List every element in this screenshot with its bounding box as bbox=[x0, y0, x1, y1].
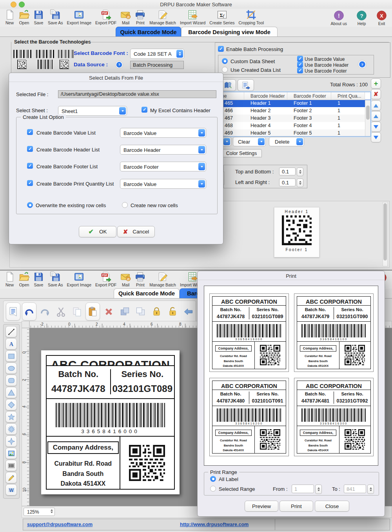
barcode-font-dropdown[interactable]: Code 128 SET A bbox=[130, 49, 184, 59]
label-series-column[interactable]: Series No. 032101GT089 bbox=[110, 369, 174, 394]
clear-button[interactable]: Clear bbox=[233, 137, 266, 146]
to-field[interactable]: 841 bbox=[344, 485, 366, 493]
mail-button[interactable]: Mail bbox=[118, 9, 133, 26]
starburst-tool[interactable] bbox=[5, 423, 17, 435]
preview-scrollbar-thumb[interactable] bbox=[383, 203, 387, 261]
cancel-button[interactable]: ✘ Cancel bbox=[117, 226, 155, 237]
data-source-help-button[interactable] bbox=[115, 60, 123, 69]
unlock-button[interactable] bbox=[165, 302, 180, 321]
selected-range-radio[interactable] bbox=[210, 486, 216, 492]
website-link[interactable]: http://www.drpusoftware.com bbox=[180, 522, 249, 527]
table-row[interactable]: 466 Header 2 Footer 2 1 bbox=[218, 107, 370, 115]
table-row[interactable]: 465 Header 1 Footer 1 1 bbox=[218, 100, 370, 107]
copy-button[interactable] bbox=[70, 302, 84, 321]
delete-row-button[interactable]: ✘ bbox=[371, 89, 381, 99]
use-barcode-value-checkbox[interactable]: ✓ bbox=[297, 56, 303, 62]
paste-button[interactable] bbox=[85, 302, 100, 321]
create-series-button[interactable]: Create Series bbox=[207, 9, 236, 26]
mail-button[interactable]: Mail bbox=[118, 271, 133, 288]
label-barcode-block[interactable]: 33658416000 bbox=[47, 399, 174, 437]
label-qr-block[interactable] bbox=[120, 437, 174, 489]
text-tool[interactable] bbox=[5, 338, 17, 350]
lock-button[interactable] bbox=[149, 302, 164, 321]
create-barcode-header-list-checkbox[interactable]: ✓ bbox=[27, 146, 33, 152]
save-button[interactable]: Save bbox=[31, 271, 46, 288]
properties-button[interactable] bbox=[6, 302, 20, 321]
use-barcode-footer-checkbox[interactable]: ✓ bbox=[297, 67, 303, 73]
manage-batch-button[interactable]: Manage Batch bbox=[147, 9, 178, 26]
move-top-button[interactable] bbox=[371, 100, 381, 111]
move-bottom-button[interactable] bbox=[371, 132, 381, 142]
star-tool[interactable] bbox=[5, 411, 17, 423]
new-button[interactable]: New bbox=[2, 271, 17, 288]
barcode-preview-card[interactable]: Header 1 Footer 1 bbox=[274, 207, 319, 257]
top-bottom-stepper[interactable] bbox=[297, 168, 303, 176]
from-stepper[interactable] bbox=[315, 485, 322, 494]
zoom-control[interactable]: 125% bbox=[24, 508, 55, 516]
export-image-button[interactable]: Export Image bbox=[65, 271, 93, 288]
create-print-quantity-list-checkbox[interactable]: ✓ bbox=[27, 180, 33, 186]
export-list-button[interactable] bbox=[238, 79, 254, 91]
color-settings-tab[interactable]: Color Settings bbox=[221, 149, 262, 157]
export-image-button[interactable]: Export Image bbox=[65, 9, 93, 26]
preview-button[interactable]: Preview bbox=[245, 501, 278, 512]
print-confirm-button[interactable]: Print bbox=[279, 501, 313, 512]
watermark-tool[interactable] bbox=[5, 484, 17, 496]
tab-quick-barcode-mode[interactable]: Quick Barcode Mode bbox=[116, 27, 181, 37]
export-pdf-button[interactable]: Export PDF bbox=[93, 271, 118, 288]
barcode-value-list-dropdown[interactable]: Barcode Value bbox=[120, 128, 206, 138]
new-button[interactable]: New bbox=[2, 9, 17, 26]
use-created-data-list-radio[interactable] bbox=[222, 67, 228, 73]
to-stepper[interactable] bbox=[367, 485, 374, 494]
datamatrix-sample-1[interactable] bbox=[17, 60, 27, 69]
batch-help-button[interactable] bbox=[358, 60, 367, 69]
send-to-back-button[interactable] bbox=[134, 302, 148, 321]
delete-button[interactable]: Delete bbox=[269, 137, 304, 146]
import-wizard-button[interactable]: Import Wizard bbox=[178, 9, 207, 26]
excel-contains-header-checkbox[interactable]: ✓ bbox=[142, 107, 147, 113]
left-right-field[interactable]: 0.1 bbox=[279, 179, 296, 186]
datamatrix-sample-2[interactable] bbox=[60, 60, 69, 69]
line-tool[interactable] bbox=[5, 326, 17, 337]
create-barcode-footer-list-checkbox[interactable]: ✓ bbox=[27, 163, 33, 169]
cropping-tool-button[interactable]: Cropping Tool bbox=[237, 9, 266, 26]
custom-data-sheet-radio[interactable] bbox=[222, 58, 228, 64]
align-button[interactable] bbox=[181, 302, 196, 321]
open-button[interactable]: Open bbox=[17, 271, 31, 288]
column-header-barcode-footer[interactable]: Barcode Footer bbox=[287, 92, 331, 100]
top-bottom-field[interactable]: 0.1 bbox=[279, 168, 296, 175]
tab-quick-barcode-mode[interactable]: Quick Barcode Mode bbox=[114, 288, 180, 298]
barcode-sample-3[interactable] bbox=[58, 50, 74, 58]
tab-barcode-designing-view-mode[interactable]: Barcode Designing view Mode bbox=[181, 27, 278, 37]
barcode-tool[interactable] bbox=[5, 460, 17, 471]
print-button[interactable]: Print bbox=[133, 271, 147, 288]
sheet-dropdown[interactable]: Sheet1 bbox=[58, 106, 127, 116]
left-right-stepper[interactable] bbox=[297, 179, 303, 187]
print-button[interactable]: Print bbox=[133, 9, 147, 26]
create-new-rows-radio[interactable] bbox=[122, 202, 128, 208]
enable-batch-processing-checkbox[interactable]: ✓ bbox=[218, 46, 224, 52]
label-batch-column[interactable]: Batch No. 44787JK478 bbox=[47, 369, 110, 394]
add-row-button[interactable]: + bbox=[371, 78, 381, 89]
close-button[interactable]: Close bbox=[315, 501, 349, 512]
save-button[interactable]: Save bbox=[31, 9, 46, 26]
undo-button[interactable] bbox=[22, 302, 36, 321]
move-down-button[interactable] bbox=[371, 122, 381, 132]
triangle-tool[interactable] bbox=[5, 387, 17, 398]
image-tool[interactable] bbox=[5, 448, 17, 459]
rounded-rectangle-tool[interactable] bbox=[5, 375, 17, 386]
rectangle-tool[interactable] bbox=[5, 350, 17, 362]
column-header-barcode-header[interactable]: Barcode Header bbox=[244, 92, 287, 100]
help-button[interactable]: Help bbox=[354, 9, 369, 27]
label-address-block[interactable]: Company Address, Curabitur Rd. Road Band… bbox=[47, 437, 120, 489]
overwrite-rows-radio[interactable] bbox=[27, 202, 33, 208]
table-row[interactable]: 467 Header 3 Footer 3 1 bbox=[218, 115, 370, 122]
delete-object-button[interactable] bbox=[102, 302, 116, 321]
use-barcode-header-checkbox[interactable]: ✓ bbox=[297, 62, 303, 67]
label-design-object[interactable]: ABC CORPORATION Batch No. 44787JK478 Ser… bbox=[41, 350, 180, 494]
barcode-footer-list-dropdown[interactable]: Barcode Footer bbox=[120, 162, 206, 171]
cut-button[interactable] bbox=[54, 302, 68, 321]
exit-button[interactable]: Exit bbox=[374, 9, 389, 27]
table-row[interactable]: 469 Header 5 Footer 5 1 bbox=[218, 129, 370, 137]
four-point-star-tool[interactable] bbox=[5, 435, 17, 447]
